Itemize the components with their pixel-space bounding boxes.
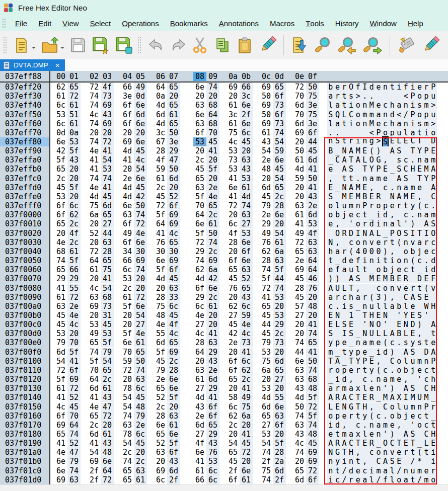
ascii-char[interactable]: N	[361, 229, 368, 238]
ascii-char[interactable]: L	[341, 110, 348, 119]
ascii-char[interactable]: a	[327, 293, 334, 302]
byte-cell[interactable]: 43	[240, 293, 253, 302]
byte-cell[interactable]: 28	[101, 247, 114, 256]
ascii-char[interactable]: s	[403, 338, 410, 347]
byte-cell[interactable]: 64	[306, 256, 319, 265]
ascii-char[interactable]: Q	[334, 110, 341, 119]
byte-cell[interactable]: 28	[154, 412, 167, 421]
ascii-char[interactable]	[389, 155, 396, 165]
ascii-char[interactable]	[416, 430, 423, 439]
ascii-char[interactable]: e	[396, 265, 403, 274]
ascii-char[interactable]: N	[341, 146, 348, 155]
byte-cell[interactable]: 75	[306, 92, 319, 101]
ascii-char[interactable]: C	[403, 165, 410, 174]
save-button[interactable]	[69, 37, 87, 54]
ascii-char[interactable]: A	[403, 384, 410, 393]
ascii-char[interactable]: _	[327, 155, 334, 165]
byte-cell[interactable]: 70	[293, 110, 306, 119]
ascii-char[interactable]: R	[334, 393, 341, 402]
ascii-char[interactable]: ,	[403, 375, 410, 384]
ascii-char[interactable]: D	[409, 320, 416, 329]
ascii-char[interactable]: _	[389, 165, 396, 174]
find-previous-button[interactable]	[337, 36, 357, 54]
byte-cell[interactable]: 6c	[54, 101, 67, 110]
byte-cell[interactable]: 74	[206, 238, 219, 247]
byte-cell[interactable]: 4e	[206, 192, 219, 201]
byte-cell[interactable]: 65	[193, 174, 206, 183]
ascii-char[interactable]: D	[416, 274, 423, 283]
byte-cell[interactable]: 63	[273, 256, 286, 265]
byte-cell[interactable]: 63	[193, 366, 206, 375]
ascii-char[interactable]: n	[389, 284, 396, 293]
byte-cell[interactable]: 70	[293, 92, 306, 101]
byte-cell[interactable]: 45	[260, 329, 273, 338]
byte-cell[interactable]: 2e	[227, 338, 240, 347]
byte-cell[interactable]: 53	[121, 274, 134, 283]
byte-cell[interactable]: 72	[154, 201, 167, 210]
byte-cell[interactable]: 61	[88, 265, 101, 274]
byte-cell[interactable]: 53	[227, 146, 240, 155]
byte-cell[interactable]: 30	[134, 247, 147, 256]
ascii-char[interactable]: j	[389, 265, 396, 274]
ascii-char[interactable]: n	[382, 83, 389, 92]
ascii-char[interactable]: A	[396, 192, 403, 201]
byte-cell[interactable]: 0d	[54, 128, 67, 137]
ascii-char[interactable]: (	[348, 247, 355, 256]
ascii-char[interactable]: p	[334, 412, 341, 421]
ascii-char[interactable]: '	[416, 375, 423, 384]
byte-cell[interactable]: 20	[193, 92, 206, 101]
byte-cell[interactable]: 4e	[54, 238, 67, 247]
ascii-char[interactable]: O	[348, 83, 355, 92]
ascii-char[interactable]: o	[403, 247, 410, 256]
ascii-char[interactable]: o	[416, 421, 423, 430]
ascii-char[interactable]: y	[348, 348, 355, 357]
byte-cell[interactable]: 45	[306, 439, 319, 448]
byte-cell[interactable]: 54	[121, 439, 134, 448]
ascii-char[interactable]: T	[341, 448, 348, 457]
ascii-char[interactable]: r	[334, 384, 341, 393]
ascii-char[interactable]: D	[423, 348, 430, 357]
ascii-char[interactable]	[382, 357, 389, 366]
ascii-char[interactable]: t	[423, 448, 430, 457]
byte-cell[interactable]: 2e	[206, 366, 219, 375]
byte-cell[interactable]: 74	[306, 421, 319, 430]
ascii-char[interactable]: N	[389, 192, 396, 201]
byte-cell[interactable]: 69	[88, 457, 101, 466]
byte-cell[interactable]: 69	[167, 256, 180, 265]
byte-cell[interactable]: 45	[167, 274, 180, 283]
ascii-char[interactable]: A	[334, 357, 341, 366]
byte-cell[interactable]: 6f	[227, 475, 240, 484]
ascii-char[interactable]: t	[354, 412, 361, 421]
ascii-char[interactable]: t	[354, 457, 361, 466]
ascii-char[interactable]: ,	[334, 219, 341, 228]
ascii-char[interactable]: .	[423, 256, 430, 265]
byte-cell[interactable]: 63	[134, 466, 147, 475]
byte-cell[interactable]: 65	[273, 83, 286, 92]
byte-cell[interactable]: 50	[293, 402, 306, 412]
ascii-char[interactable]: a	[389, 219, 396, 228]
byte-cell[interactable]: 6e	[54, 466, 67, 475]
ascii-char[interactable]: A	[389, 393, 396, 402]
byte-cell[interactable]: 20	[293, 192, 306, 201]
ascii-char[interactable]: o	[430, 475, 437, 484]
byte-cell[interactable]: 65	[121, 475, 134, 484]
byte-cell[interactable]: 28	[193, 338, 206, 347]
byte-cell[interactable]: 79	[260, 201, 273, 210]
byte-cell[interactable]: 6c	[134, 430, 147, 439]
byte-cell[interactable]: 2e	[134, 421, 147, 430]
byte-cell[interactable]: 34	[121, 247, 134, 256]
byte-cell[interactable]: 4c	[227, 137, 240, 146]
byte-cell[interactable]: 6c	[206, 466, 219, 475]
ascii-char[interactable]: (	[396, 238, 403, 247]
byte-cell[interactable]: 64	[206, 110, 219, 119]
ascii-char[interactable]: i	[341, 302, 348, 311]
ascii-char[interactable]: ,	[389, 293, 396, 302]
toolbar-grip[interactable]	[3, 36, 7, 54]
byte-cell[interactable]: 61	[121, 293, 134, 302]
ascii-char[interactable]: T	[327, 357, 334, 366]
ascii-char[interactable]: a	[327, 92, 334, 101]
ascii-char[interactable]: e	[348, 210, 355, 219]
ascii-char[interactable]: )	[389, 430, 396, 439]
byte-cell[interactable]: 4c	[54, 402, 67, 412]
byte-cell[interactable]: 47	[67, 448, 81, 457]
